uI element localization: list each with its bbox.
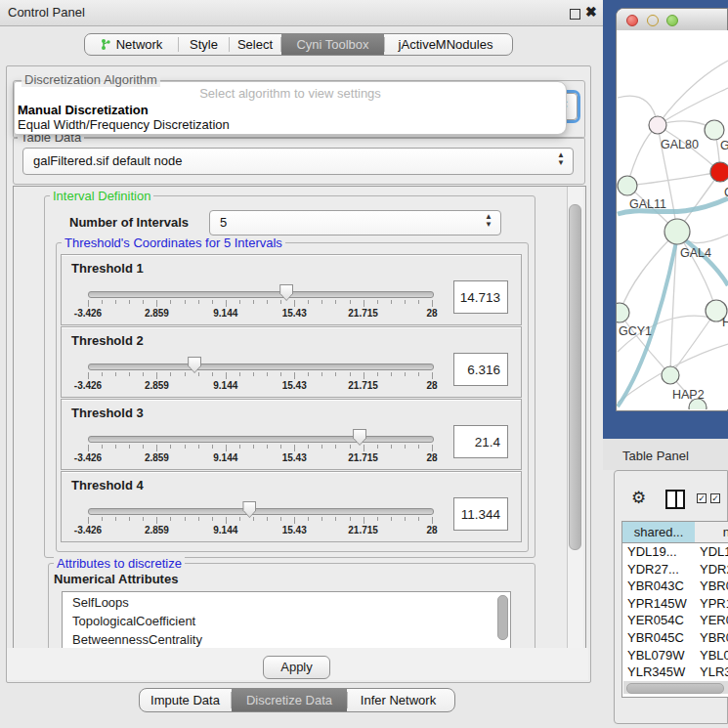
column-header-1[interactable]: shared... <box>622 522 696 543</box>
slider-tick <box>267 372 268 376</box>
slider-track[interactable] <box>88 436 434 443</box>
column-header-2[interactable]: name <box>695 522 728 543</box>
checkbox-icon[interactable]: ✓ <box>710 493 720 503</box>
table-cell[interactable]: YBR045C <box>700 630 728 647</box>
tab-label: Impute Data <box>150 693 220 707</box>
slider-tick <box>185 372 186 376</box>
slider-tick <box>156 372 157 379</box>
slider-tick <box>335 445 336 449</box>
tab-label: Cyni Toolbox <box>296 37 368 52</box>
tab-cyni-toolbox[interactable]: Cyni Toolbox <box>281 34 384 55</box>
horizontal-scrollbar[interactable] <box>623 681 728 694</box>
threshold-label: Threshold 1 <box>71 261 144 276</box>
slider-track[interactable] <box>88 364 434 370</box>
table-cell[interactable]: YBL079W <box>627 648 694 664</box>
slider-thumb[interactable] <box>188 357 201 373</box>
number-of-intervals-spinner[interactable]: 5 ▲▼ <box>209 210 501 236</box>
table-cell[interactable]: YBL079W <box>700 648 728 664</box>
node-attribute-table[interactable]: shared...nameYDL19...YDL19...YDR27...YDR… <box>621 521 728 698</box>
threshold-value-field[interactable]: 21.4 <box>453 425 508 458</box>
slider-tick <box>170 372 171 376</box>
dropdown-option-manual[interactable]: Manual Discretization <box>18 103 149 117</box>
close-traffic-light-icon[interactable] <box>626 15 638 26</box>
tab-select[interactable]: Select <box>230 34 280 55</box>
tab-impute-data[interactable]: Impute Data <box>140 689 231 711</box>
table-cell[interactable]: YDR27... <box>700 562 728 578</box>
slider-tick-label: 2.859 <box>145 380 169 391</box>
tab-discretize-data[interactable]: Discretize Data <box>232 689 347 711</box>
apply-button[interactable]: Apply <box>263 656 330 679</box>
tab-infer-network[interactable]: Infer Network <box>348 689 449 711</box>
table-cell[interactable]: YPR145W <box>700 596 728 613</box>
slider-tick <box>212 517 213 521</box>
horizontal-scrollbar-thumb[interactable] <box>626 683 724 694</box>
tab-label: Style <box>190 37 218 52</box>
threshold-label: Threshold 4 <box>71 478 144 492</box>
slider-tick <box>391 445 392 449</box>
table-cell[interactable]: YER054C <box>700 613 728 629</box>
slider-tick-label: 2.859 <box>145 308 169 319</box>
slider-thumb[interactable] <box>279 284 293 301</box>
slider-tick <box>267 300 268 304</box>
slider-tick <box>156 517 157 524</box>
threshold-panel-2: Threshold 2-3.4262.8599.14415.4321.71528… <box>61 326 522 398</box>
table-cell[interactable]: YBR043C <box>700 578 728 595</box>
close-icon[interactable]: ✖ <box>585 4 597 20</box>
slider-tick <box>377 445 378 449</box>
slider-tick-label: 21.715 <box>348 380 378 391</box>
slider-tick <box>226 300 227 307</box>
table-cell[interactable]: YPR145W <box>627 596 694 613</box>
zoom-traffic-light-icon[interactable] <box>666 15 678 26</box>
threshold-value-field[interactable]: 11.344 <box>453 497 508 531</box>
tab-network[interactable]: Network <box>85 34 178 55</box>
slider-tick <box>198 517 199 521</box>
bottom-tab-bar: Impute DataDiscretize DataInfer Network <box>139 688 455 712</box>
attribute-list-item[interactable]: TopologicalCoefficient <box>63 611 510 629</box>
network-canvas[interactable]: GAL80GACGAL11GAL4GCY1HHAP2 <box>617 30 728 409</box>
attribute-list-item[interactable]: BetweennessCentrality <box>63 629 510 648</box>
top-tab-bar: NetworkStyleSelectCyni ToolboxjActiveMNo… <box>84 33 513 56</box>
slider-tick <box>212 300 213 304</box>
slider-tick <box>253 372 254 376</box>
table-cell[interactable]: YDL19... <box>627 544 694 561</box>
split-columns-icon[interactable] <box>665 490 685 509</box>
table-cell[interactable]: YDL19... <box>700 544 728 561</box>
scrollbar-thumb[interactable] <box>569 204 581 550</box>
slider-tick <box>226 372 227 379</box>
combo-arrows-icon: ▲▼ <box>557 151 565 167</box>
table-cell[interactable]: YDR27... <box>627 562 694 578</box>
slider-tick <box>391 517 392 521</box>
tab-label: Infer Network <box>361 693 436 707</box>
slider-tick <box>294 300 295 307</box>
minimize-traffic-light-icon[interactable] <box>647 15 659 26</box>
slider-thumb[interactable] <box>242 501 256 518</box>
table-data-combobox[interactable]: galFiltered.sif default node ▲▼ <box>22 148 574 175</box>
gear-icon[interactable]: ⚙ <box>631 488 646 508</box>
slider-track[interactable] <box>88 291 434 298</box>
dropdown-option-equal-width[interactable]: Equal Width/Frequency Discretization <box>18 117 230 132</box>
checkbox-icon[interactable]: ✓ <box>697 493 707 503</box>
float-window-icon[interactable] <box>570 9 580 20</box>
slider-tick <box>185 300 186 304</box>
numerical-attributes-list[interactable]: SelfLoopsTopologicalCoefficientBetweenne… <box>62 591 511 649</box>
slider-tick <box>321 300 322 304</box>
slider-tick <box>115 372 116 376</box>
table-cell[interactable]: YBR043C <box>627 578 694 595</box>
table-cell[interactable]: YER054C <box>627 613 694 629</box>
table-cell[interactable]: YLR345W <box>700 664 728 681</box>
threshold-value-field[interactable]: 14.713 <box>453 280 508 314</box>
attribute-list-item[interactable]: SelfLoops <box>63 592 510 611</box>
tab-jactivemnodules[interactable]: jActiveMNodules <box>385 34 506 55</box>
discretization-algorithm-group-title: Discretization Algorithm <box>21 72 160 87</box>
slider-tick <box>226 517 227 524</box>
table-cell[interactable]: YLR345W <box>627 664 694 681</box>
table-cell[interactable]: YBR045C <box>627 630 694 647</box>
list-scrollbar[interactable] <box>497 595 508 640</box>
threshold-value-field[interactable]: 6.316 <box>453 353 508 386</box>
slider-tick <box>377 300 378 304</box>
slider-tick <box>156 445 157 451</box>
slider-tick <box>102 372 103 376</box>
tab-style[interactable]: Style <box>179 34 229 55</box>
slider-track[interactable] <box>88 508 434 515</box>
slider-thumb[interactable] <box>353 429 366 446</box>
